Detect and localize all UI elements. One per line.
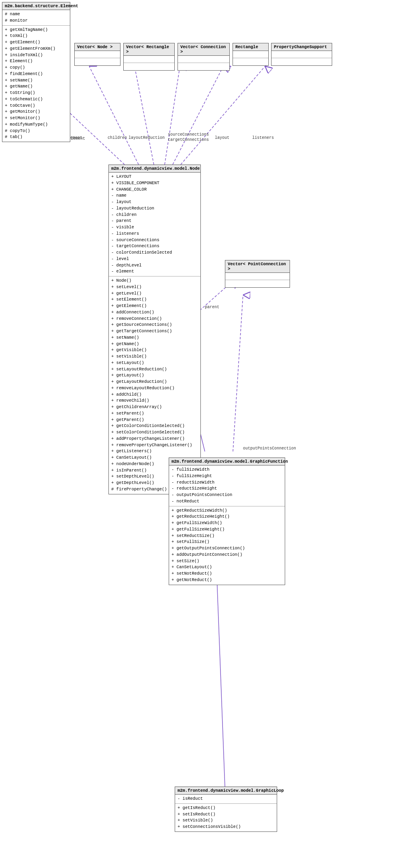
element-class-section2: + getXmlTagName() + toXml() + getElement… [2, 26, 70, 142]
property-change-support-section1 [272, 51, 332, 58]
rectangle-section1 [233, 51, 268, 58]
label-target-connections: targetConnections [168, 138, 209, 142]
vector-connection-box: Vector< Connection > [178, 43, 230, 71]
svg-line-5 [181, 66, 265, 165]
graphic-loop-title: m2m.frontend.dynamicview.model.GraphicLo… [175, 787, 277, 795]
graphic-function-title: m2m.frontend.dynamicview.model.GraphicFu… [169, 458, 285, 466]
vector-rectangle-title: Vector< Rectangle > [124, 43, 174, 56]
svg-line-1 [89, 66, 139, 165]
vector-rectangle-box: Vector< Rectangle > [123, 43, 175, 71]
vector-connection-title: Vector< Connection > [178, 43, 229, 56]
element-class-box: m2m.backend.structure.Element # name # m… [2, 2, 70, 142]
vector-rectangle-section2 [124, 63, 174, 70]
node-section1: + LAYOUT + VISIBLE_COMPONENT + CHANGE_CO… [109, 173, 200, 276]
label-layout: layout [215, 136, 229, 140]
vector-point-connection-section2 [225, 280, 290, 287]
svg-line-8 [233, 295, 243, 451]
label-output-points: outputPointsConnection [243, 446, 296, 451]
property-change-support-section2 [272, 58, 332, 65]
label-listeners: listeners [252, 136, 274, 140]
property-change-support-title: PropertyChangeSupport [272, 43, 332, 51]
label-source-connections: sourceConnections [168, 132, 209, 137]
graphic-function-section1: - fullSizeWidth - fullSizeHeight - reduc… [169, 466, 285, 506]
label-layout-reduction: layoutReduction [129, 136, 165, 140]
element-class-section1: # name # monitor [2, 10, 70, 26]
svg-line-2 [135, 66, 154, 165]
graphic-loop-section2: + getIsReduct() + setIsReduct() + setVis… [175, 804, 277, 831]
graphic-function-box: m2m.frontend.dynamicview.model.GraphicFu… [169, 457, 285, 585]
vector-point-connection-title: Vector< PointConnection > [225, 260, 290, 273]
diagram-container: element element children layoutReduction… [0, 0, 394, 868]
rectangle-title: Rectangle [233, 43, 268, 51]
svg-line-3 [165, 66, 180, 165]
vector-node-section2 [75, 58, 120, 65]
rectangle-box: Rectangle [233, 43, 269, 66]
rectangle-section2 [233, 58, 268, 65]
vector-point-connection-section1 [225, 273, 290, 280]
node-box: m2m.frontend.dynamicview.model.Node + LA… [108, 165, 201, 494]
vector-connection-section2 [178, 63, 229, 70]
element-class-title: m2m.backend.structure.Element [2, 2, 70, 10]
label-parent: parent [205, 305, 219, 309]
vector-point-connection-box: Vector< PointConnection > [225, 260, 290, 288]
node-title: m2m.frontend.dynamicview.model.Node [109, 165, 200, 173]
svg-line-9 [217, 578, 225, 787]
vector-rectangle-section1 [124, 56, 174, 63]
vector-node-title: Vector< Node > [75, 43, 120, 51]
graphic-loop-section1: - isReduct [175, 795, 277, 804]
graphic-function-section2: + getReductSizeWidth() + getReductSizeHe… [169, 506, 285, 585]
vector-node-section1 [75, 51, 120, 58]
graphic-loop-box: m2m.frontend.dynamicview.model.GraphicLo… [175, 787, 277, 832]
vector-node-box: Vector< Node > [74, 43, 120, 66]
property-change-support-box: PropertyChangeSupport [271, 43, 332, 66]
vector-connection-section1 [178, 56, 229, 63]
label-children: children [108, 136, 127, 140]
svg-line-4 [173, 66, 223, 165]
